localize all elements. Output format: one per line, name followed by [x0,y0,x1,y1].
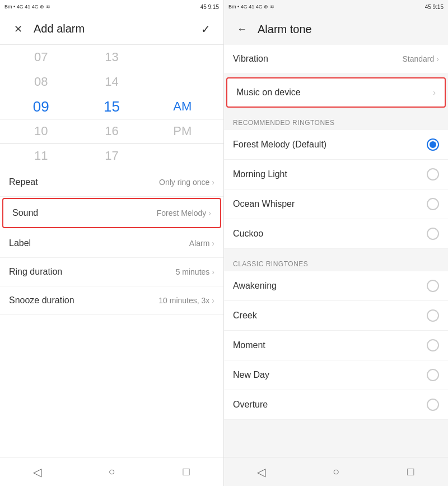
ringtone-forest-melody-radio[interactable] [427,138,439,151]
right-status-carrier: Bm • 4G 41 4G ⊕ ≋ [228,4,274,10]
snooze-duration-item[interactable]: Snooze duration 10 minutes, 3x › [0,286,223,315]
recommended-section-header: RECOMMENDED RINGTONES [224,112,448,130]
repeat-chevron: › [212,178,214,187]
right-panel: Bm • 4G 41 4G ⊕ ≋ 45 9:15 ← Alarm tone V… [224,0,448,486]
hour-11[interactable]: 11 [6,144,76,168]
ringtone-cuckoo-label: Cuckoo [233,229,263,239]
hour-09[interactable]: 09 [6,94,76,119]
back-nav-icon[interactable]: ◁ [24,459,51,485]
section-divider [224,249,448,253]
ringtone-forest-melody[interactable]: Forest Melody (Default) [224,130,448,160]
right-recents-nav-icon[interactable]: □ [397,459,424,485]
classic-section-header: CLASSIC RINGTONES [224,253,448,271]
label-label: Label [9,238,31,248]
settings-list: Repeat Only ring once › Sound Forest Mel… [0,168,223,457]
ringtone-ocean-whisper[interactable]: Ocean Whisper [224,189,448,219]
snooze-duration-chevron: › [212,296,214,305]
save-button[interactable]: ✓ [197,20,214,38]
music-on-device-label: Music on device [236,87,301,98]
time-picker: 07 08 09 10 11 13 14 15 16 17 AM PM [0,45,223,168]
vibration-chevron: › [436,54,439,63]
ringtone-morning-light-label: Morning Light [233,169,287,179]
ring-duration-value: 5 minutes › [176,267,214,276]
ringtone-ocean-whisper-radio[interactable] [427,198,439,210]
left-panel: Bm • 4G 41 4G ⊕ ≋ 45 9:15 ✕ Add alarm ✓ … [0,0,224,486]
ringtone-moment-label: Moment [233,340,265,350]
snooze-duration-label: Snooze duration [9,295,74,306]
ringtone-awakening[interactable]: Awakening [224,271,448,301]
period-am[interactable]: AM [147,94,218,119]
minute-13[interactable]: 13 [76,45,147,70]
period-column: AM PM [147,45,218,168]
minute-column: 13 14 15 16 17 [76,45,147,168]
right-top-bar: ← Alarm tone [224,13,448,45]
ring-duration-item[interactable]: Ring duration 5 minutes › [0,258,223,286]
vibration-value: Standard › [403,54,440,63]
repeat-value: Only ring once › [159,178,214,187]
music-on-device-item[interactable]: Music on device › [226,77,446,108]
hour-10[interactable]: 10 [6,119,76,144]
label-value: Alarm › [189,239,214,248]
ringtone-creek[interactable]: Creek [224,301,448,331]
label-chevron: › [212,239,214,248]
snooze-duration-value: 10 minutes, 3x › [158,296,214,305]
alarm-tone-title: Alarm tone [258,23,439,36]
vibration-row[interactable]: Vibration Standard › [224,45,448,73]
ringtone-creek-label: Creek [233,311,257,321]
left-status-battery: 45 9:15 [200,4,219,10]
minute-14[interactable]: 14 [76,70,147,94]
minute-17[interactable]: 17 [76,144,147,168]
period-pm[interactable]: PM [147,119,218,144]
repeat-item[interactable]: Repeat Only ring once › [0,168,223,197]
ringtone-awakening-label: Awakening [233,281,277,291]
ringtone-morning-light[interactable]: Morning Light [224,160,448,189]
ringtone-new-day[interactable]: New Day [224,360,448,390]
right-status-left: Bm • 4G 41 4G ⊕ ≋ [228,4,274,10]
time-columns: 07 08 09 10 11 13 14 15 16 17 AM PM [0,45,223,168]
music-on-device-chevron: › [433,88,436,97]
sound-label: Sound [12,208,38,218]
left-status-carrier: Bm • 4G 41 4G ⊕ ≋ [4,4,50,10]
left-nav-bar: ◁ ○ □ [0,457,223,486]
vibration-value-text: Standard [403,54,435,63]
ringtone-awakening-radio[interactable] [427,280,439,292]
ringtone-overture-label: Overture [233,400,268,410]
right-back-nav-icon[interactable]: ◁ [248,459,275,485]
ring-duration-chevron: › [212,267,214,276]
right-home-nav-icon[interactable]: ○ [323,459,349,485]
minute-15[interactable]: 15 [76,94,147,119]
minute-16[interactable]: 16 [76,119,147,144]
ringtone-new-day-radio[interactable] [427,369,439,381]
right-status-bar: Bm • 4G 41 4G ⊕ ≋ 45 9:15 [224,0,448,13]
ringtone-morning-light-radio[interactable] [427,168,439,180]
left-top-bar: ✕ Add alarm ✓ [0,13,223,45]
home-nav-icon[interactable]: ○ [99,459,125,485]
ringtone-moment[interactable]: Moment [224,331,448,360]
ringtone-ocean-whisper-label: Ocean Whisper [233,199,295,209]
classic-ringtone-list: Awakening Creek Moment New Day Overture [224,271,448,420]
right-status-right: 45 9:15 [425,4,444,10]
alarm-tone-back-button[interactable]: ← [233,20,251,38]
ringtone-cuckoo[interactable]: Cuckoo [224,219,448,249]
sound-chevron: › [208,209,211,217]
ringtone-new-day-label: New Day [233,370,269,380]
right-nav-bar: ◁ ○ □ [224,457,448,486]
ringtone-cuckoo-radio[interactable] [427,228,439,240]
left-status-bar: Bm • 4G 41 4G ⊕ ≋ 45 9:15 [0,0,223,13]
ringtone-overture-radio[interactable] [427,399,439,411]
label-item[interactable]: Label Alarm › [0,229,223,258]
ringtone-moment-radio[interactable] [427,339,439,351]
close-button[interactable]: ✕ [9,20,27,38]
recents-nav-icon[interactable]: □ [173,459,200,485]
left-status-right: 45 9:15 [200,4,219,10]
hour-07[interactable]: 07 [6,45,76,70]
ringtone-overture[interactable]: Overture [224,390,448,420]
hour-08[interactable]: 08 [6,70,76,94]
right-status-battery: 45 9:15 [425,4,444,10]
page-title: Add alarm [34,22,197,35]
recommended-ringtone-list: Forest Melody (Default) Morning Light Oc… [224,130,448,249]
ringtone-creek-radio[interactable] [427,309,439,322]
ringtone-forest-melody-label: Forest Melody (Default) [233,140,326,150]
sound-item[interactable]: Sound Forest Melody › [2,198,221,228]
repeat-label: Repeat [9,177,38,187]
